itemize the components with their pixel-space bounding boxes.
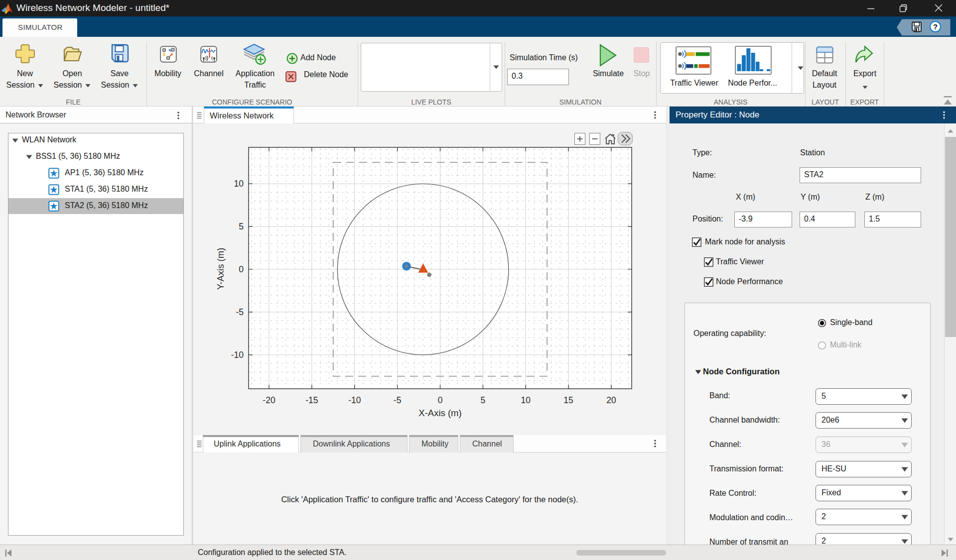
svg-text:15: 15 — [563, 395, 573, 405]
svg-text:5: 5 — [239, 222, 244, 231]
svg-text:-15: -15 — [305, 395, 318, 405]
svg-text:5: 5 — [481, 395, 486, 405]
svg-text:-20: -20 — [263, 395, 275, 405]
svg-text:Y-Axis (m): Y-Axis (m) — [215, 248, 226, 290]
svg-text:0: 0 — [438, 395, 443, 405]
svg-text:20: 20 — [606, 395, 616, 405]
svg-text:0: 0 — [239, 264, 244, 274]
svg-text:X-Axis (m): X-Axis (m) — [418, 408, 461, 418]
svg-text:-10: -10 — [231, 350, 244, 360]
svg-text:10: 10 — [521, 395, 531, 405]
svg-text:10: 10 — [234, 179, 244, 189]
svg-text:-5: -5 — [236, 307, 244, 317]
svg-text:-5: -5 — [394, 395, 402, 405]
svg-text:-10: -10 — [348, 395, 361, 405]
